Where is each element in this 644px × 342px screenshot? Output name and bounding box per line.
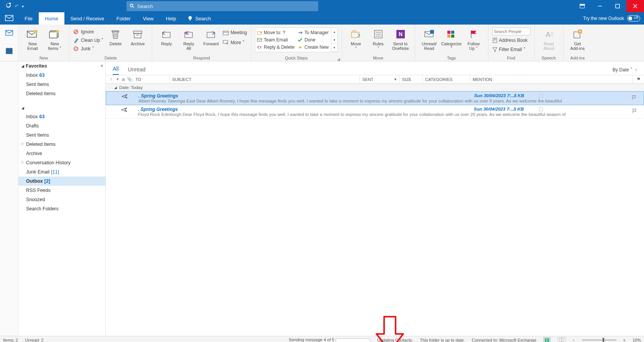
folder-drafts[interactable]: Drafts bbox=[18, 121, 105, 131]
col-importance-icon[interactable]: ! bbox=[108, 77, 114, 82]
folder-inbox[interactable]: Inbox 63 bbox=[18, 112, 105, 121]
mail-icon[interactable] bbox=[5, 30, 13, 37]
replyall-button[interactable]: Reply All bbox=[178, 27, 199, 51]
get-addins-button[interactable]: Get Add-ins bbox=[567, 27, 588, 51]
folder-count: 63 bbox=[39, 73, 45, 78]
mail-module-icon[interactable] bbox=[5, 15, 13, 22]
new-items-button[interactable]: New Items ˅ bbox=[44, 27, 65, 51]
qs-done[interactable]: Done bbox=[297, 36, 330, 43]
col-to[interactable]: TO bbox=[133, 75, 169, 83]
folder-outbox[interactable]: Outbox [2] bbox=[18, 177, 105, 186]
qat-dropdown-icon[interactable]: ▾ bbox=[22, 4, 24, 8]
folder-search-folders[interactable]: Search Folders bbox=[18, 204, 105, 213]
qs-createnew[interactable]: Create New bbox=[297, 44, 330, 51]
message-flag-icon[interactable] bbox=[631, 95, 637, 101]
col-mention[interactable]: MENTION bbox=[470, 75, 632, 83]
zoom-out[interactable]: − bbox=[572, 338, 575, 342]
tab-file[interactable]: File bbox=[18, 12, 39, 25]
qs-launcher-icon[interactable]: ◢ bbox=[337, 57, 340, 61]
categorize-button[interactable]: Categorize ˅ bbox=[441, 27, 462, 51]
zoom-in[interactable]: + bbox=[623, 338, 626, 342]
qs-tomanager[interactable]: To Manager bbox=[297, 29, 330, 36]
filter-all[interactable]: All bbox=[113, 66, 119, 75]
col-flag-icon[interactable]: ⚑ bbox=[632, 75, 644, 83]
qs-replydelete[interactable]: Reply & Delete bbox=[257, 44, 294, 51]
favorites-header[interactable]: ◢Favorites < bbox=[18, 61, 105, 71]
onenote-button[interactable]: NSend to OneNote bbox=[390, 27, 411, 51]
folder-junk-email[interactable]: Junk Email [11] bbox=[18, 167, 105, 177]
tab-folder[interactable]: Folder bbox=[110, 12, 137, 25]
zoom-slider[interactable] bbox=[582, 339, 616, 341]
col-subject[interactable]: SUBJECT bbox=[169, 75, 360, 83]
forward-button[interactable]: Forward bbox=[200, 27, 221, 46]
tab-help[interactable]: Help bbox=[160, 12, 182, 25]
window-close[interactable] bbox=[626, 0, 644, 12]
folder-deleted-items[interactable]: Deleted Items bbox=[18, 89, 105, 98]
col-sent[interactable]: SENT▼ bbox=[360, 75, 399, 83]
sort-by-date[interactable]: By Date ˅ bbox=[613, 67, 632, 73]
undo-icon[interactable]: ↶ bbox=[15, 3, 19, 9]
qs-teamemail[interactable]: Team Email bbox=[257, 36, 294, 43]
move-button[interactable]: Move ˅ bbox=[346, 27, 366, 51]
message-flag-icon[interactable] bbox=[632, 108, 637, 115]
view-reading-icon[interactable] bbox=[558, 337, 565, 342]
col-size[interactable]: SIZE bbox=[399, 75, 422, 83]
unread-button[interactable]: Unread/ Read bbox=[419, 27, 440, 51]
ignore-button[interactable]: Ignore bbox=[73, 28, 104, 36]
try-new-outlook-toggle[interactable]: Off bbox=[627, 15, 640, 21]
reply-button[interactable]: Reply bbox=[156, 27, 177, 46]
expander-icon[interactable]: ▷ bbox=[21, 142, 24, 145]
address-book-button[interactable]: Address Book bbox=[492, 36, 531, 45]
window-maximize[interactable] bbox=[609, 0, 626, 12]
message-category-box[interactable] bbox=[539, 107, 543, 111]
qs-moveto[interactable]: Move to: ? bbox=[257, 29, 294, 36]
calendar-icon[interactable] bbox=[6, 47, 13, 56]
ribbon-display-options[interactable] bbox=[573, 0, 591, 12]
message-row[interactable]: . Spring GreetingsSun 30/04/2023 7:...5 … bbox=[106, 91, 644, 105]
search-people-input[interactable] bbox=[492, 28, 531, 35]
collapse-folder-pane-icon[interactable]: < bbox=[101, 63, 103, 68]
svg-point-20 bbox=[34, 30, 38, 33]
qs-scroll[interactable]: ▴▾▾ bbox=[331, 28, 337, 52]
new-email-button[interactable]: New Email bbox=[22, 27, 43, 51]
col-attachment-icon[interactable]: 📎 bbox=[127, 77, 133, 82]
followup-button[interactable]: Follow Up ˅ bbox=[463, 27, 484, 51]
expander-icon[interactable]: ▷ bbox=[21, 160, 24, 164]
col-reminder-icon[interactable]: ✦ bbox=[114, 77, 120, 82]
tell-me-search[interactable]: Search bbox=[182, 12, 216, 25]
col-categories[interactable]: CATEGORIES bbox=[422, 75, 470, 83]
folder-archive[interactable]: Archive bbox=[18, 149, 105, 158]
message-category-box[interactable] bbox=[539, 94, 543, 98]
sync-icon[interactable] bbox=[5, 2, 12, 10]
message-row[interactable]: . Spring GreetingsSun 30/04/2023 7:...5 … bbox=[106, 105, 644, 119]
cleanup-button[interactable]: Clean Up ˅ bbox=[73, 36, 104, 45]
tab-view[interactable]: View bbox=[137, 12, 160, 25]
junk-button[interactable]: Junk ˅ bbox=[73, 45, 104, 53]
filter-email-button[interactable]: Filter Email ˅ bbox=[492, 45, 531, 54]
window-minimize[interactable] bbox=[591, 0, 609, 12]
global-search[interactable] bbox=[127, 1, 318, 11]
tab-home[interactable]: Home bbox=[39, 12, 64, 25]
filter-unread[interactable]: Unread bbox=[128, 66, 146, 75]
folder-deleted-items[interactable]: ▷Deleted Items bbox=[18, 140, 105, 149]
svg-rect-39 bbox=[223, 40, 228, 43]
global-search-input[interactable] bbox=[137, 3, 315, 9]
delete-button[interactable]: Delete bbox=[105, 27, 126, 46]
col-icon-icon[interactable]: 🗎 bbox=[120, 77, 127, 82]
sort-direction-icon[interactable]: ↑ bbox=[635, 67, 637, 73]
account-header[interactable]: ◢ bbox=[18, 104, 105, 112]
folder-conversation-history[interactable]: ▷Conversation History bbox=[18, 158, 105, 167]
rules-button[interactable]: Rules ˅ bbox=[368, 27, 389, 51]
date-group-today[interactable]: ◢ Date: Today bbox=[106, 84, 644, 91]
archive-button[interactable]: Archive bbox=[127, 27, 148, 46]
folder-rss-feeds[interactable]: RSS Feeds bbox=[18, 186, 105, 195]
ribbon-group-addins-label: Add-ins bbox=[567, 56, 588, 61]
folder-sent-items[interactable]: Sent Items bbox=[18, 131, 105, 140]
folder-inbox[interactable]: Inbox 63 bbox=[18, 71, 105, 80]
folder-snoozed[interactable]: Snoozed bbox=[18, 195, 105, 204]
view-normal-icon[interactable] bbox=[543, 337, 551, 342]
tab-sendreceive[interactable]: Send / Receive bbox=[64, 12, 110, 25]
folder-sent-items[interactable]: Sent Items bbox=[18, 80, 105, 89]
meeting-button[interactable]: Meeting bbox=[223, 28, 247, 37]
respond-more-button[interactable]: More ˅ bbox=[223, 38, 247, 47]
